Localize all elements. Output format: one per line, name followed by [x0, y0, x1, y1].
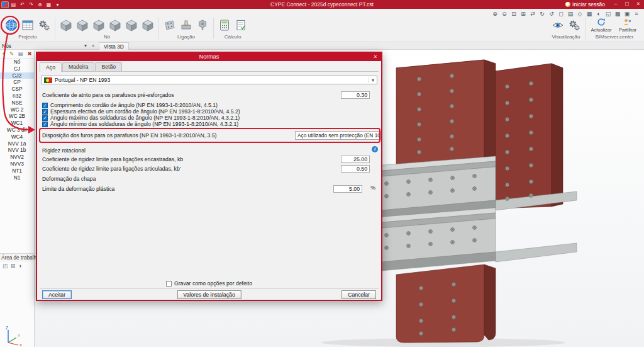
node-list-item[interactable]: Nó — [0, 59, 34, 65]
group-label-ligacao: Ligação — [177, 34, 195, 41]
ribbon-separator — [158, 18, 159, 39]
bolts-icon[interactable] — [195, 17, 210, 33]
installation-values-button[interactable]: Valores de instalação — [177, 290, 241, 299]
ribbon-group-calculo: Cálculo — [214, 16, 251, 41]
node-list-item[interactable]: WC 3 dir — [0, 127, 34, 134]
node-list-item[interactable]: CSP — [0, 86, 34, 93]
node-list-item[interactable]: NVV 1a — [0, 140, 34, 147]
tab-madeira[interactable]: Madeira — [62, 62, 94, 71]
maximize-button[interactable]: □ — [621, 0, 633, 9]
import-node-icon[interactable] — [108, 17, 123, 33]
node-list-item[interactable]: CP — [0, 79, 34, 86]
actualizar-button[interactable]: Actualizar — [589, 17, 614, 33]
country-standard-select[interactable]: Portugal - NP EN 1993 ▾ — [41, 76, 377, 84]
dialog-titlebar[interactable]: Normas × — [37, 53, 381, 61]
portugal-flag-icon — [44, 77, 52, 83]
holes-label: Disposição dos furos para os parafusos (… — [42, 132, 217, 139]
save-icon[interactable]: ▤ — [9, 1, 18, 8]
deformation-section-label: Deformação da chapa — [42, 176, 96, 182]
holes-row: Disposição dos furos para os parafusos (… — [42, 131, 287, 139]
plastic-strain-label: Limite da deformação plástica — [42, 186, 114, 192]
render-settings-icon[interactable] — [567, 17, 582, 33]
new-node-icon[interactable] — [58, 17, 74, 33]
display-options-icon[interactable] — [550, 17, 565, 33]
accept-button[interactable]: Aceitar — [42, 290, 72, 299]
node-list-item[interactable]: NVV 1b — [0, 147, 34, 154]
app-window: ▤ ↶ ↷ ⊕ ▦ ▾ CYPE Connect - 2025d cypecon… — [0, 0, 644, 347]
node-list-item[interactable]: n32 — [0, 93, 34, 100]
group-label-calculo: Cálculo — [225, 34, 242, 41]
undo-icon[interactable]: ↶ — [18, 1, 26, 8]
stiffness-fixed-input[interactable]: 25.00 — [341, 156, 370, 163]
friction-input[interactable]: 0.30 — [341, 91, 370, 99]
stiffness-pinned-row: Coeficiente de rigidez limite para ligaç… — [42, 164, 376, 173]
save-as-default-label: Gravar como opções por defeito — [174, 280, 252, 287]
node-list-item[interactable]: NSE — [0, 100, 34, 106]
zoom-icon[interactable]: ⊕ — [36, 1, 44, 8]
project-globe-icon[interactable] — [4, 17, 19, 33]
workspace-window-icon[interactable]: ⊞ — [11, 263, 15, 269]
tab-list-menu-icon[interactable]: ▾ — [82, 43, 89, 48]
window-title: CYPE Connect - 2025d cypeconnect PT.cst — [0, 1, 644, 8]
delete-node-icon[interactable]: ✖ — [28, 50, 32, 58]
dialog-close-icon[interactable]: × — [372, 53, 379, 60]
node-list-item[interactable]: NT1 — [0, 168, 34, 174]
tab-vista-3d[interactable]: Vista 3D — [99, 42, 129, 50]
stiffness-fixed-row: Coeficiente de rigidez limite para ligaç… — [42, 155, 376, 163]
copy-node-icon[interactable]: ▤ — [18, 50, 23, 58]
check-weld-thickness[interactable]: ✓ Espessura efectiva de um cordão de âng… — [42, 108, 240, 115]
add-node-icon[interactable]: + — [3, 50, 6, 58]
nodes-panel-label: Nós — [0, 43, 35, 49]
node-list-item[interactable]: CJ — [0, 65, 34, 72]
tab-aco[interactable]: Aço — [40, 62, 62, 72]
ribbon: ⊕ ⊖ ⊡ ⊞ ⇄ ↻ ↺ ◻ ▤ ◇ ▦ ◐ ◱ ▩ ▣ ≡ Pr — [0, 9, 644, 42]
redo-icon[interactable]: ↷ — [27, 1, 35, 8]
ribbon-group-projecto: Projecto — [1, 16, 54, 41]
node-list-item[interactable]: WC 2 — [0, 106, 34, 113]
results-icon[interactable] — [233, 17, 248, 33]
axis-x-label: X — [19, 343, 22, 346]
node-list-item[interactable]: NVV3 — [0, 161, 34, 168]
nodes-sidebar: + ✎ ▤ ✖ Nó CJ CJ2 CP CSP n32 NSE WC 2 WC… — [0, 50, 35, 347]
workspace-orbit-icon[interactable]: ◑ — [18, 263, 21, 269]
delete-node-icon[interactable] — [140, 17, 155, 33]
node-list-item[interactable]: NVV2 — [0, 154, 34, 161]
partilhar-button[interactable]: Partilhar — [615, 17, 640, 33]
check-label: Comprimento do cordão de ângulo (NP EN 1… — [50, 102, 218, 108]
save-as-default-checkbox[interactable]: Gravar como opções por defeito — [37, 280, 381, 287]
info-icon[interactable]: i — [372, 146, 378, 152]
node-list-item[interactable]: WC 2B — [0, 113, 34, 120]
copy-node-icon[interactable] — [91, 17, 106, 33]
welds-icon[interactable] — [179, 17, 194, 33]
tables-icon[interactable]: ▦ — [45, 1, 53, 8]
check-weld-max-angle[interactable]: ✓ Ângulo máximo das soldaduras de ângulo… — [42, 115, 240, 121]
calculate-icon[interactable] — [217, 17, 232, 33]
node-list-item-selected[interactable]: CJ2 — [0, 72, 34, 79]
signin-button[interactable]: Iniciar sessão — [560, 1, 610, 8]
cancel-button[interactable]: Cancelar — [341, 290, 376, 299]
plastic-strain-input[interactable]: 5.00 — [333, 185, 362, 193]
project-tables-icon[interactable] — [20, 17, 35, 33]
tab-close-icon[interactable]: × — [89, 43, 97, 48]
group-label-no: Nó — [104, 34, 110, 41]
workspace-grid-icon[interactable]: ◰ — [3, 263, 8, 269]
check-weld-length[interactable]: ✓ Comprimento do cordão de ângulo (NP EN… — [42, 102, 218, 108]
holes-combo[interactable]: Aço utilizado sem protecção (EN 10025-5)… — [295, 131, 381, 140]
edit-node-icon[interactable] — [75, 17, 90, 33]
export-node-icon[interactable] — [124, 17, 139, 33]
project-settings-icon[interactable] — [36, 17, 52, 33]
stiffness-pinned-input[interactable]: 0.50 — [341, 165, 370, 173]
ribbon-group-no: Nó — [56, 16, 158, 41]
node-list-item[interactable]: WC4 — [0, 134, 34, 140]
tab-betao[interactable]: Betão — [95, 62, 122, 71]
app-logo-icon — [1, 1, 9, 8]
minimize-button[interactable]: – — [610, 0, 621, 9]
plates-icon[interactable] — [162, 17, 177, 33]
check-label: Ângulo máximo das soldaduras de ângulo (… — [50, 115, 240, 121]
quickbar-menu-icon[interactable]: ▾ — [53, 1, 62, 8]
check-weld-min-angle[interactable]: ✓ Ângulo mínimo das soldaduras de ângulo… — [42, 121, 238, 127]
node-list-item[interactable]: N1 — [0, 174, 34, 181]
close-button[interactable]: × — [633, 0, 644, 9]
node-list-item[interactable]: WC1 — [0, 120, 34, 127]
edit-node-icon[interactable]: ✎ — [9, 50, 14, 58]
